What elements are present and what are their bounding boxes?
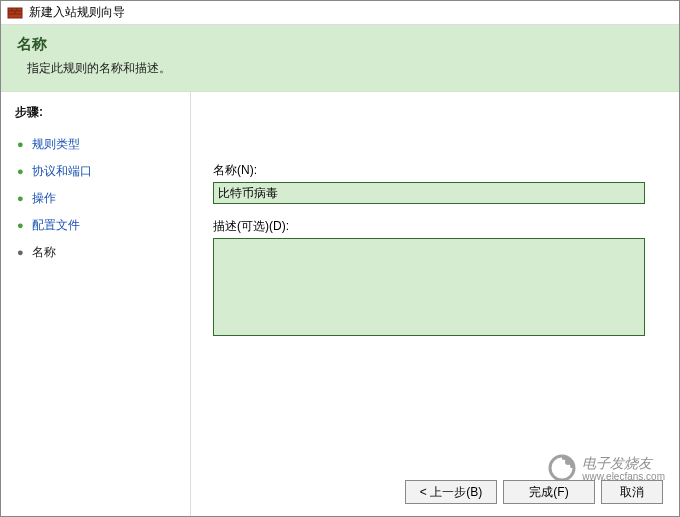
finish-button[interactable]: 完成(F): [503, 480, 595, 504]
window-title: 新建入站规则向导: [29, 4, 125, 21]
body-area: 步骤: ● 规则类型 ● 协议和端口 ● 操作 ● 配置文件 ● 名称: [1, 92, 679, 516]
steps-sidebar: 步骤: ● 规则类型 ● 协议和端口 ● 操作 ● 配置文件 ● 名称: [1, 92, 191, 516]
watermark-icon: [548, 454, 576, 482]
description-label: 描述(可选)(D):: [213, 218, 657, 235]
svg-point-6: [550, 456, 574, 480]
watermark: 电子发烧友 www.elecfans.com: [548, 454, 665, 482]
firewall-icon: [7, 5, 23, 21]
name-input[interactable]: [213, 182, 645, 204]
form-group: 名称(N): 描述(可选)(D):: [213, 162, 657, 339]
bullet-icon: ●: [17, 193, 24, 204]
page-title: 名称: [17, 35, 663, 54]
description-textarea[interactable]: [213, 238, 645, 336]
step-profile[interactable]: ● 配置文件: [15, 212, 176, 239]
step-label: 协议和端口: [32, 163, 92, 180]
step-action[interactable]: ● 操作: [15, 185, 176, 212]
header-band: 名称 指定此规则的名称和描述。: [1, 25, 679, 92]
bullet-icon: ●: [17, 166, 24, 177]
name-label: 名称(N):: [213, 162, 657, 179]
bullet-icon: ●: [17, 220, 24, 231]
steps-heading: 步骤:: [15, 104, 176, 121]
step-label: 规则类型: [32, 136, 80, 153]
bullet-icon: ●: [17, 247, 24, 258]
step-label: 名称: [32, 244, 56, 261]
button-row: < 上一步(B) 完成(F) 取消: [405, 480, 663, 504]
watermark-brand: 电子发烧友: [582, 455, 652, 471]
step-label: 配置文件: [32, 217, 80, 234]
step-name: ● 名称: [15, 239, 176, 266]
bullet-icon: ●: [17, 139, 24, 150]
step-protocol-port[interactable]: ● 协议和端口: [15, 158, 176, 185]
svg-point-7: [565, 459, 571, 465]
page-description: 指定此规则的名称和描述。: [17, 60, 663, 77]
back-button[interactable]: < 上一步(B): [405, 480, 497, 504]
titlebar: 新建入站规则向导: [1, 1, 679, 25]
step-rule-type[interactable]: ● 规则类型: [15, 131, 176, 158]
cancel-button[interactable]: 取消: [601, 480, 663, 504]
main-panel: 名称(N): 描述(可选)(D): 电子发烧友 www.elecfans.com: [191, 92, 679, 516]
step-label: 操作: [32, 190, 56, 207]
wizard-window: 新建入站规则向导 名称 指定此规则的名称和描述。 步骤: ● 规则类型 ● 协议…: [0, 0, 680, 517]
